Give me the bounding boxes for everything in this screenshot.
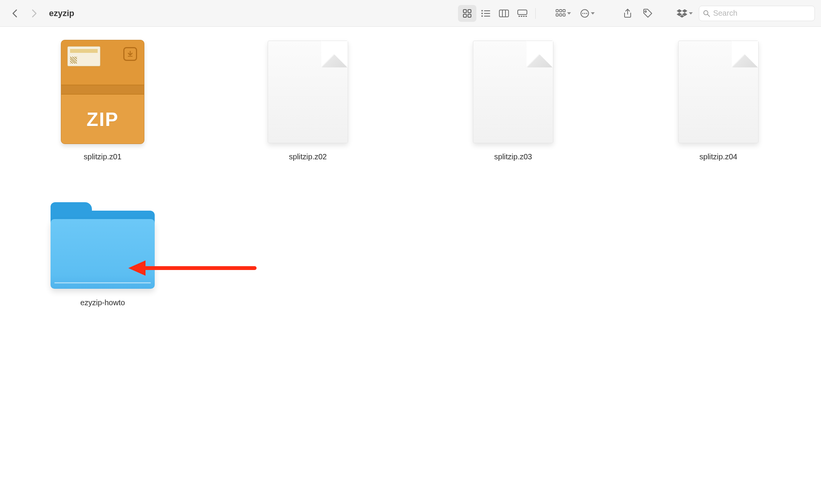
- finder-content: ZIP splitzip.z01 splitzip.z02 splitzip.z…: [0, 27, 821, 319]
- svg-rect-14: [518, 16, 520, 17]
- svg-rect-23: [563, 14, 565, 16]
- finder-toolbar: ezyzip: [0, 0, 821, 27]
- file-item[interactable]: splitzip.z03: [460, 38, 567, 161]
- svg-point-8: [481, 15, 483, 17]
- svg-rect-7: [484, 13, 490, 14]
- file-item[interactable]: splitzip.z02: [254, 38, 361, 161]
- svg-rect-17: [525, 16, 527, 17]
- file-icon: [254, 38, 361, 146]
- svg-point-28: [645, 11, 646, 12]
- svg-rect-0: [463, 10, 466, 13]
- zip-archive-icon: ZIP: [61, 40, 144, 144]
- grid-icon: [463, 9, 471, 18]
- view-gallery-button[interactable]: [513, 5, 532, 22]
- chevron-down-icon: [591, 12, 595, 15]
- toolbar-separator: [535, 8, 536, 19]
- search-input[interactable]: [713, 9, 811, 18]
- action-menu[interactable]: [577, 5, 598, 22]
- svg-point-27: [586, 13, 587, 14]
- file-icon: ZIP: [49, 38, 156, 146]
- chevron-down-icon: [567, 12, 571, 15]
- group-icon: [556, 9, 566, 18]
- tag-button[interactable]: [639, 5, 656, 22]
- file-label: splitzip.z04: [700, 152, 738, 161]
- document-icon: [473, 41, 553, 143]
- svg-rect-21: [556, 14, 558, 16]
- ellipsis-circle-icon: [580, 9, 589, 18]
- file-item[interactable]: splitzip.z04: [665, 38, 772, 161]
- svg-rect-18: [556, 10, 558, 12]
- back-button[interactable]: [6, 5, 23, 22]
- document-icon: [678, 41, 759, 143]
- folder-item[interactable]: ezyzip-howto: [49, 184, 156, 307]
- svg-rect-13: [518, 10, 527, 15]
- chevron-down-icon: [689, 12, 693, 15]
- chevron-right-icon: [32, 9, 37, 18]
- folder-icon-box: [49, 184, 156, 291]
- svg-rect-2: [463, 14, 466, 17]
- list-icon: [481, 10, 490, 17]
- svg-rect-1: [468, 10, 471, 13]
- svg-rect-19: [559, 10, 562, 12]
- folder-icon: [51, 202, 155, 289]
- search-icon: [703, 10, 710, 17]
- columns-icon: [499, 10, 509, 17]
- share-icon: [623, 8, 632, 18]
- file-label: splitzip.z03: [494, 152, 532, 161]
- svg-rect-3: [468, 14, 471, 17]
- file-label: splitzip.z02: [289, 152, 327, 161]
- group-by-menu[interactable]: [553, 5, 574, 22]
- svg-point-6: [481, 13, 483, 14]
- view-column-button[interactable]: [495, 5, 513, 22]
- svg-rect-5: [484, 10, 490, 11]
- svg-rect-31: [128, 56, 132, 57]
- svg-rect-20: [563, 10, 565, 12]
- file-label: splitzip.z01: [84, 152, 122, 161]
- folder-label: ezyzip-howto: [80, 298, 125, 307]
- dropbox-menu[interactable]: [674, 5, 696, 22]
- svg-rect-10: [499, 10, 509, 17]
- document-icon: [268, 41, 348, 143]
- gallery-icon: [517, 10, 527, 17]
- view-icon-button[interactable]: [458, 5, 476, 22]
- search-field[interactable]: [699, 6, 815, 21]
- view-switcher: [458, 5, 532, 22]
- svg-rect-9: [484, 16, 490, 16]
- forward-button[interactable]: [26, 5, 43, 22]
- tag-icon: [643, 8, 653, 18]
- zip-label: ZIP: [61, 108, 144, 131]
- svg-point-29: [704, 10, 708, 15]
- svg-rect-16: [523, 16, 525, 17]
- svg-line-30: [708, 14, 710, 16]
- dropbox-icon: [677, 9, 687, 18]
- file-item-zip[interactable]: ZIP splitzip.z01: [49, 38, 156, 161]
- svg-point-25: [582, 13, 583, 14]
- file-icon: [460, 38, 567, 146]
- svg-point-4: [481, 10, 483, 11]
- svg-point-26: [584, 13, 585, 14]
- chevron-left-icon: [12, 9, 17, 18]
- file-icon: [665, 38, 772, 146]
- view-list-button[interactable]: [476, 5, 495, 22]
- svg-rect-15: [521, 16, 522, 17]
- share-button[interactable]: [619, 5, 636, 22]
- window-title: ezyzip: [49, 8, 74, 18]
- svg-rect-22: [559, 14, 562, 16]
